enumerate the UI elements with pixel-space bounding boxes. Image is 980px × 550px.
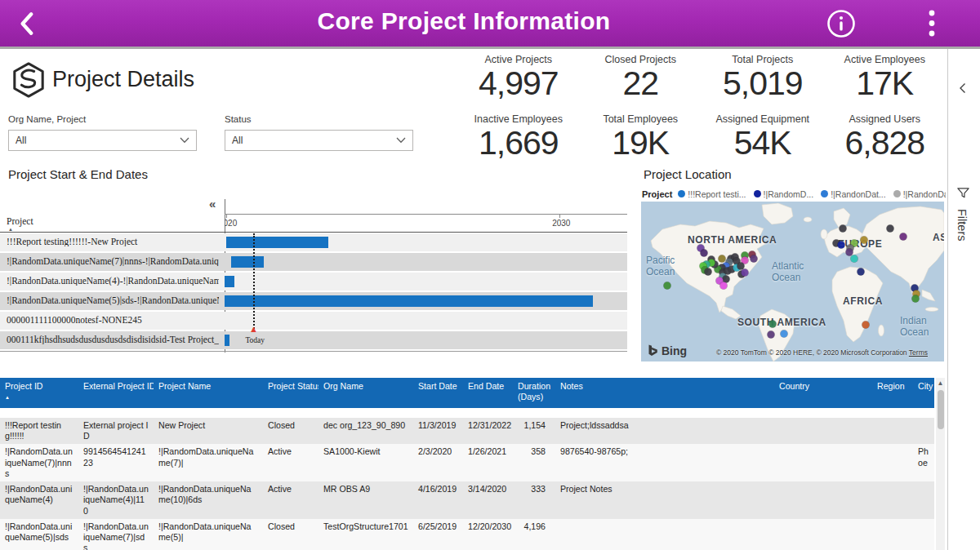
table-cell xyxy=(872,481,913,519)
table-row[interactable]: !|RandomData.uniqueName(7)|nnns991456454… xyxy=(0,444,934,481)
table-header-city[interactable]: City xyxy=(913,378,934,408)
table-header-project-name[interactable]: Project Name xyxy=(154,378,263,408)
gantt-row[interactable]: !|RandomData.uniqueName(7)|nnns-!|Random… xyxy=(0,253,627,271)
gantt-row[interactable]: !!!Report testing!!!!!!-New Project xyxy=(0,233,627,251)
kpi-card[interactable]: Total Employees19K xyxy=(580,112,702,171)
table-header-project-status[interactable]: Project Status xyxy=(263,378,318,408)
info-button[interactable] xyxy=(825,7,858,40)
kpi-card[interactable]: Inactive Employees1,669 xyxy=(457,112,580,171)
filter-funnel-icon[interactable] xyxy=(956,186,971,201)
kpi-card[interactable]: Assigned Users6,828 xyxy=(824,112,947,171)
gantt-bar[interactable] xyxy=(225,295,593,307)
table-row[interactable]: !|RandonData.uniqueName(5)|sds!|RandonDa… xyxy=(0,519,934,550)
table-cell xyxy=(913,481,934,519)
table-cell: 12/20/2030 xyxy=(463,519,513,550)
gantt-bar[interactable] xyxy=(226,237,328,248)
table-row[interactable]: !!!Report testing!!!!!!External project … xyxy=(0,418,934,444)
map-data-point[interactable] xyxy=(887,225,894,233)
kpi-label: Active Employees xyxy=(844,54,925,65)
table-header-end-date[interactable]: End Date xyxy=(463,378,513,408)
kebab-menu-icon xyxy=(923,7,941,40)
table-row[interactable]: !|RandonData.uniqueName(4)!|RandonData.u… xyxy=(0,481,934,519)
map-data-point[interactable] xyxy=(751,255,758,263)
table-header-row: Project ID▲External Project IDProject Na… xyxy=(0,378,934,408)
collapse-column-icon[interactable]: « xyxy=(209,197,216,211)
scrollbar-thumb[interactable] xyxy=(938,390,944,429)
legend-item[interactable]: !|RandomD... xyxy=(754,189,814,199)
map-data-point[interactable] xyxy=(705,268,712,276)
table-header-project-id[interactable]: Project ID▲ xyxy=(0,378,78,408)
table-cell: 4,196 xyxy=(513,519,555,550)
gantt-row[interactable]: 000001111100000notesf-NONE245 xyxy=(0,312,627,330)
gantt-row[interactable]: 000111kfjhsdhsudsdusdusdusdsdisdisidsid-… xyxy=(0,331,627,349)
map-data-point[interactable] xyxy=(838,242,845,249)
map-data-point[interactable] xyxy=(861,237,868,244)
kpi-card[interactable]: Total Projects5,019 xyxy=(702,52,824,112)
table-header-notes[interactable]: Notes xyxy=(555,378,774,408)
app-bar-shadow xyxy=(0,47,980,49)
bing-map[interactable]: Bing © 2020 TomTom © 2020 HERE, © 2020 M… xyxy=(641,202,944,361)
table-scrollbar[interactable]: ▲ xyxy=(936,378,945,550)
gantt-row-track xyxy=(225,273,626,291)
table-body: !!!Report testing!!!!!!External project … xyxy=(0,418,934,550)
table-cell: Active xyxy=(263,444,318,481)
map-ocean-label: Pacific Ocean xyxy=(646,255,675,278)
map-data-point[interactable] xyxy=(858,268,865,276)
map-data-point[interactable] xyxy=(851,255,858,263)
map-data-point[interactable] xyxy=(769,321,777,328)
kpi-card[interactable]: Active Projects4,997 xyxy=(457,52,580,112)
more-options-button[interactable] xyxy=(923,7,941,40)
table-header-external-project-id[interactable]: External Project ID xyxy=(78,378,154,408)
status-dropdown[interactable]: All xyxy=(225,130,413,151)
gantt-row[interactable]: !|RandonData.uniqueName(5)|sds-!|RandonD… xyxy=(0,292,627,310)
map-data-point[interactable] xyxy=(768,331,775,339)
table-cell xyxy=(872,519,913,550)
table-cell: !|RandonData.uniqueName(7)|sds xyxy=(78,519,154,550)
gantt-row[interactable]: !|RandonData.uniqueName(4)-!|RandonData.… xyxy=(0,273,627,291)
map-data-point[interactable] xyxy=(900,233,907,241)
bing-logo: Bing xyxy=(648,344,687,357)
org-name-project-dropdown[interactable]: All xyxy=(8,130,197,151)
gantt-bar[interactable] xyxy=(225,276,234,287)
gantt-project-column-header[interactable]: Project xyxy=(7,216,33,226)
status-slicer: Status All xyxy=(225,114,413,151)
kpi-value: 5,019 xyxy=(723,65,803,102)
legend-item[interactable]: !!!Report testi... xyxy=(678,189,746,199)
table-header-start-date[interactable]: Start Date xyxy=(413,378,463,408)
legend-item[interactable]: !|RandonDat... xyxy=(821,189,886,199)
kpi-card[interactable]: Active Employees17K xyxy=(824,52,947,112)
chevron-down-icon xyxy=(396,137,406,144)
map-data-point[interactable] xyxy=(840,225,847,233)
kpi-label: Closed Projects xyxy=(604,54,676,65)
terms-link[interactable]: Terms xyxy=(909,348,928,357)
table-header-country[interactable]: Country xyxy=(774,378,872,408)
map-data-point[interactable] xyxy=(862,322,870,329)
gantt-bar[interactable] xyxy=(225,335,229,346)
map-ocean-label: Atlantic Ocean xyxy=(772,261,804,284)
table-header-org-name[interactable]: Org Name xyxy=(318,378,413,408)
scroll-up-icon[interactable]: ▲ xyxy=(936,378,945,388)
map-data-point[interactable] xyxy=(912,295,920,303)
gantt-row-label: !|RandomData.uniqueName(7)|nnns-!|Random… xyxy=(0,253,219,266)
table-header-duration-days-[interactable]: Duration (Days) xyxy=(513,378,555,408)
chevron-down-icon xyxy=(180,137,189,144)
kpi-card[interactable]: Closed Projects22 xyxy=(580,52,702,112)
table-cell: SA1000-Kiewit xyxy=(318,444,413,481)
gantt-bar[interactable] xyxy=(231,256,264,268)
expand-filters-button[interactable] xyxy=(956,82,971,96)
legend-item[interactable]: !|RandonDat... xyxy=(893,189,946,199)
map-data-point[interactable] xyxy=(664,282,671,290)
filters-pane-collapsed: Filters xyxy=(947,49,980,550)
table-cell: 4/16/2019 xyxy=(413,481,463,519)
table-header-region[interactable]: Region xyxy=(872,378,913,408)
map-data-point[interactable] xyxy=(719,255,726,263)
table-cell: 333 xyxy=(513,481,555,519)
map-data-point[interactable] xyxy=(720,282,728,290)
map-data-point[interactable] xyxy=(781,330,788,338)
table-cell: 9876540-98765p; xyxy=(555,444,774,481)
map-data-point[interactable] xyxy=(701,250,708,257)
map-data-point[interactable] xyxy=(742,269,749,277)
kpi-card[interactable]: Assigned Equipment54K xyxy=(702,112,824,171)
table-cell xyxy=(774,418,872,444)
table-cell: dec org_123_90_890 xyxy=(318,418,413,444)
